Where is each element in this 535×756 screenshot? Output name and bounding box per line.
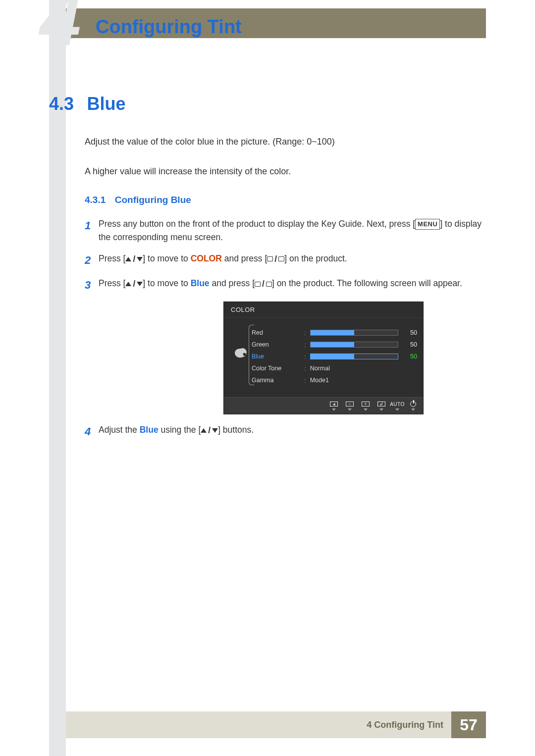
highlight-blue: Blue — [140, 425, 159, 435]
section-heading: 4.3 Blue — [49, 92, 486, 135]
text: ] on the product. — [284, 253, 347, 263]
subsection-title: Configuring Blue — [115, 195, 191, 205]
text: ] buttons. — [218, 425, 254, 435]
section-number: 4.3 — [49, 94, 85, 114]
step-text: Press [/] to move to COLOR and press [/]… — [99, 252, 486, 266]
osd-panel: COLOR Red Green Blue Color Tone Gamma :5… — [223, 302, 424, 414]
osd-footer: ◂ − + ↲ AUTO — [224, 397, 423, 414]
osd-labels: Red Green Blue Color Tone Gamma — [252, 325, 304, 386]
menu-button-label: MENU — [415, 219, 440, 230]
step-3: 3 Press [/] to move to Blue and press [/… — [85, 277, 486, 294]
text: ] on the product. The following screen w… — [272, 278, 462, 288]
osd-label-colortone: Color Tone — [252, 365, 281, 372]
source-enter-icon: / — [255, 277, 272, 291]
text: Adjust the — [99, 425, 140, 435]
subsection-heading: 4.3.1 Configuring Blue — [85, 195, 486, 205]
osd-label-gamma: Gamma — [252, 377, 273, 384]
osd-body: Red Green Blue Color Tone Gamma :50 :50 … — [224, 318, 423, 397]
up-down-icon: / — [125, 277, 143, 291]
step-text: Press [/] to move to Blue and press [/] … — [99, 277, 486, 291]
osd-label-green: Green — [252, 341, 269, 348]
osd-val-colortone: Normal — [310, 365, 330, 372]
step-text: Adjust the Blue using the [/] buttons. — [99, 423, 486, 437]
osd-values: :50 :50 :50 :Normal :Mode1 — [304, 325, 417, 386]
osd-bar-blue — [310, 353, 398, 359]
osd-val-red: 50 — [402, 329, 417, 336]
text: and press [ — [222, 253, 267, 263]
osd-back-icon: ◂ — [329, 401, 339, 411]
chapter-number-watermark: 4 — [40, 0, 81, 56]
section-para-1: Adjust the value of the color blue in th… — [85, 135, 486, 149]
text: Press any button on the front of the pro… — [99, 219, 415, 229]
step-4: 4 Adjust the Blue using the [/] buttons. — [85, 423, 486, 440]
osd-val-green: 50 — [402, 341, 417, 348]
osd-enter-icon: ↲ — [376, 401, 386, 411]
step-1: 1 Press any button on the front of the p… — [85, 217, 486, 244]
osd-val-gamma: Mode1 — [310, 377, 329, 384]
osd-label-red: Red — [252, 329, 263, 336]
text: and press [ — [210, 278, 255, 288]
osd-bar-green — [310, 342, 398, 348]
section-para-2: A higher value will increase the intensi… — [85, 165, 486, 179]
step-number: 3 — [85, 277, 99, 294]
subsection-number: 4.3.1 — [85, 195, 106, 205]
up-down-icon: / — [125, 252, 143, 266]
osd-header: COLOR — [224, 302, 423, 318]
footer-page-number: 57 — [451, 711, 486, 738]
step-text: Press any button on the front of the pro… — [99, 217, 486, 244]
palette-icon — [234, 348, 248, 358]
osd-label-blue: Blue — [252, 353, 264, 360]
footer-chapter-ref: 4 Configuring Tint — [66, 711, 451, 738]
page-footer: 4 Configuring Tint 57 — [66, 711, 486, 738]
text: Press [ — [99, 253, 125, 263]
step-2: 2 Press [/] to move to COLOR and press [… — [85, 252, 486, 269]
osd-plus-icon: + — [361, 401, 371, 411]
osd-val-blue: 50 — [402, 353, 417, 360]
highlight-blue: Blue — [191, 278, 210, 288]
text: ] to move to — [143, 253, 190, 263]
osd-bar-red — [310, 330, 398, 336]
chapter-title: Configuring Tint — [96, 16, 242, 38]
body: 4.3 Blue Adjust the value of the color b… — [49, 92, 486, 702]
step-number: 1 — [85, 217, 99, 234]
text: Press [ — [99, 278, 125, 288]
osd-power-icon — [408, 401, 418, 411]
step-number: 2 — [85, 252, 99, 269]
text: using the [ — [159, 425, 201, 435]
step-number: 4 — [85, 423, 99, 440]
steps-list: 1 Press any button on the front of the p… — [85, 217, 486, 441]
text: ] to move to — [143, 278, 190, 288]
up-down-icon: / — [201, 424, 218, 437]
page: 4 Configuring Tint 4.3 Blue Adjust the v… — [0, 0, 535, 756]
osd-screenshot: COLOR Red Green Blue Color Tone Gamma :5… — [223, 302, 486, 414]
osd-auto-icon: AUTO — [392, 401, 402, 411]
source-enter-icon: / — [267, 252, 284, 266]
highlight-color: COLOR — [191, 253, 222, 263]
osd-minus-icon: − — [345, 401, 355, 411]
section-title: Blue — [87, 94, 125, 114]
